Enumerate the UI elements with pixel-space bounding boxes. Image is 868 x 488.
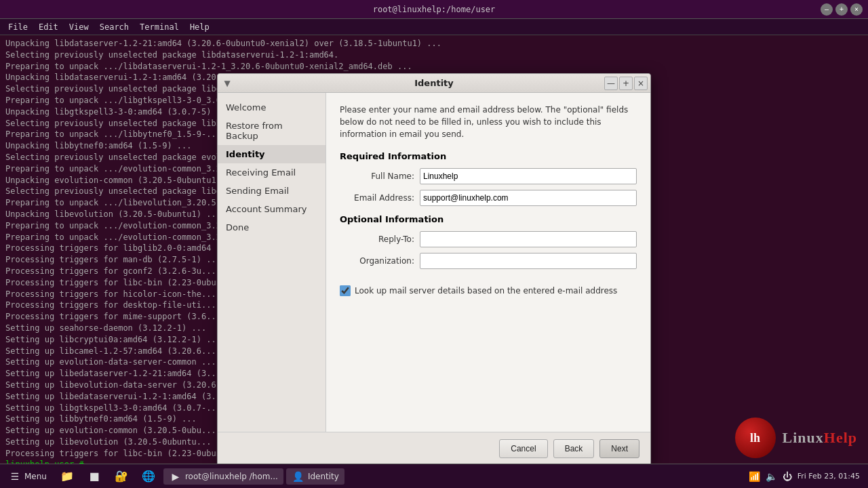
email-input[interactable] [420, 190, 637, 206]
files-icon: 📁 [60, 470, 74, 483]
identity-dialog: ▼ Identity — + × Welcome Restore from Ba… [217, 73, 651, 466]
email-label: Email Address: [340, 193, 414, 203]
optional-section: Optional Information [340, 214, 637, 224]
dialog-controls: — + × [604, 77, 648, 90]
taskbar-app-icon-1[interactable]: 📁 [55, 468, 79, 485]
volume-icon: 🔈 [766, 471, 777, 482]
dialog-footer: Cancel Back Next [218, 432, 650, 465]
close-button[interactable]: × [850, 3, 863, 16]
reply-to-row: Reply-To: [340, 231, 637, 247]
email-row: Email Address: [340, 190, 637, 206]
shield-icon: 🔐 [115, 470, 128, 483]
terminal-menubar: File Edit View Search Terminal Help [0, 19, 868, 35]
menu-edit[interactable]: Edit [33, 21, 64, 33]
terminal-title: root@linuxhelp:/home/user [373, 5, 496, 14]
network-icon: 📶 [749, 471, 760, 482]
terminal-window-controls: — + × [821, 3, 863, 16]
nav-item-restore[interactable]: Restore from Backup [218, 117, 326, 145]
menu-search[interactable]: Search [94, 21, 134, 33]
nav-item-account-summary[interactable]: Account Summary [218, 200, 326, 218]
terminal-line: Selecting previously unselected package … [5, 49, 863, 61]
full-name-row: Full Name: [340, 168, 637, 184]
taskbar-app-icon-2[interactable]: ■ [82, 468, 106, 485]
organization-label: Organization: [340, 256, 414, 266]
minimize-button[interactable]: — [821, 3, 833, 16]
menu-terminal[interactable]: Terminal [134, 21, 184, 33]
taskbar-terminal-label: root@linuxhelp /hom... [185, 472, 278, 481]
required-section-label: Required Information [340, 151, 637, 161]
taskbar-right: 📶 🔈 ⏻ Fri Feb 23, 01:45 [749, 471, 865, 482]
dialog-title: Identity [414, 78, 454, 88]
full-name-input[interactable] [420, 168, 637, 184]
reply-to-label: Reply-To: [340, 235, 414, 244]
dialog-titlebar: ▼ Identity — + × [218, 74, 650, 93]
nav-item-receiving[interactable]: Receiving Email [218, 163, 326, 182]
dialog-pin-icon: ▼ [220, 77, 234, 90]
nav-item-welcome[interactable]: Welcome [218, 98, 326, 117]
nav-item-done[interactable]: Done [218, 218, 326, 237]
terminal-line: Unpacking libdataserver-1.2-21:amd64 (3.… [5, 38, 863, 49]
browser-icon: 🌐 [142, 470, 155, 483]
dialog-maximize-button[interactable]: + [619, 77, 633, 90]
menu-help[interactable]: Help [184, 21, 215, 33]
taskbar-terminal-icon: ▶ [169, 470, 182, 483]
cancel-button[interactable]: Cancel [499, 439, 547, 458]
system-time: Fri Feb 23, 01:45 [797, 472, 860, 481]
dialog-nav: Welcome Restore from Backup Identity Rec… [218, 93, 326, 432]
dialog-content: Please enter your name and email address… [326, 93, 650, 432]
menu-file[interactable]: File [3, 21, 33, 33]
taskbar-app-icon-3[interactable]: 🔐 [109, 468, 134, 485]
taskbar-identity-icon: 👤 [292, 470, 305, 483]
terminal-app-icon: ■ [87, 470, 101, 483]
optional-section-label: Optional Information [340, 214, 637, 224]
reply-to-input[interactable] [420, 231, 637, 247]
organization-row: Organization: [340, 253, 637, 269]
lookup-checkbox[interactable] [340, 285, 351, 296]
full-name-label: Full Name: [340, 171, 414, 181]
nav-item-sending[interactable]: Sending Email [218, 182, 326, 200]
back-button[interactable]: Back [553, 439, 595, 458]
taskbar: ☰ Menu 📁 ■ 🔐 🌐 ▶ root@linuxhelp /hom... … [0, 464, 868, 488]
dialog-close-button[interactable]: × [634, 77, 648, 90]
menu-icon: ☰ [8, 470, 22, 483]
linuxhelp-logo: lh LinuxHelp [735, 418, 858, 458]
power-icon: ⏻ [783, 471, 792, 482]
next-button[interactable]: Next [599, 439, 639, 458]
organization-input[interactable] [420, 253, 637, 269]
dialog-minimize-button[interactable]: — [604, 77, 618, 90]
taskbar-identity-item[interactable]: 👤 Identity [286, 468, 344, 485]
dialog-description: Please enter your name and email address… [340, 104, 637, 140]
nav-item-identity[interactable]: Identity [218, 145, 326, 163]
dialog-body: Welcome Restore from Backup Identity Rec… [218, 93, 650, 432]
taskbar-identity-label: Identity [308, 472, 339, 481]
lookup-checkbox-row: Look up mail server details based on the… [340, 280, 637, 302]
maximize-button[interactable]: + [835, 3, 848, 16]
terminal-titlebar: root@linuxhelp:/home/user — + × [0, 0, 868, 19]
lookup-checkbox-label: Look up mail server details based on the… [355, 286, 617, 296]
taskbar-menu-label: Menu [24, 472, 47, 481]
taskbar-menu[interactable]: ☰ Menu [3, 468, 52, 485]
terminal-line: Preparing to unpack .../libdataserverui-… [5, 61, 863, 73]
taskbar-terminal-item[interactable]: ▶ root@linuxhelp /hom... [163, 468, 283, 485]
menu-view[interactable]: View [64, 21, 94, 33]
taskbar-app-icon-4[interactable]: 🌐 [136, 468, 161, 485]
